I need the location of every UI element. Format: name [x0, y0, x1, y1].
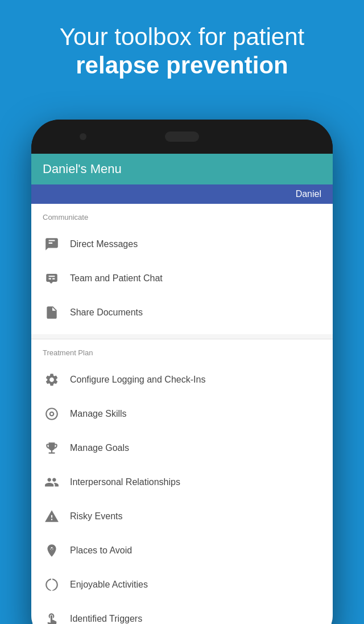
enjoyable-activities-label: Enjoyable Activities — [70, 580, 148, 590]
chat-dots-icon — [43, 235, 61, 253]
menu-item-identified-triggers[interactable]: Identified Triggers — [31, 602, 333, 624]
document-icon — [43, 303, 61, 322]
menu-item-configure-logging[interactable]: Configure Logging and Check-Ins — [31, 363, 333, 397]
trophy-icon — [43, 439, 61, 457]
phone-container: Daniel's Menu Daniel Communicate Direct … — [31, 120, 333, 624]
phone-top-bar — [31, 120, 333, 154]
app-header: Daniel's Menu — [31, 154, 333, 184]
menu-item-interpersonal-relationships[interactable]: Interpersonal Relationships — [31, 465, 333, 499]
header-text: Your toolbox for patient relapse prevent… — [0, 0, 364, 92]
app-subheader: Daniel — [31, 184, 333, 204]
identified-triggers-label: Identified Triggers — [70, 614, 142, 624]
palm-tree-icon — [43, 576, 61, 594]
treatment-plan-section: Treatment Plan Configure Logging and Che… — [31, 339, 333, 624]
target-icon — [43, 405, 61, 423]
phone-speaker — [165, 132, 199, 142]
triangle-warning-icon — [43, 507, 61, 526]
places-to-avoid-label: Places to Avoid — [70, 545, 132, 556]
pin-cross-icon — [43, 541, 61, 560]
treatment-plan-section-label: Treatment Plan — [31, 348, 333, 363]
interpersonal-relationships-label: Interpersonal Relationships — [70, 477, 180, 487]
risky-events-label: Risky Events — [70, 511, 122, 522]
chat-bubble-icon — [43, 269, 61, 288]
app-header-title: Daniel's Menu — [43, 162, 321, 176]
communicate-section: Communicate Direct Messages Team and Pat… — [31, 204, 333, 334]
menu-item-risky-events[interactable]: Risky Events — [31, 499, 333, 533]
configure-logging-label: Configure Logging and Check-Ins — [70, 375, 205, 385]
share-documents-label: Share Documents — [70, 307, 143, 318]
gear-icon — [43, 371, 61, 389]
phone-camera — [80, 133, 86, 140]
direct-messages-label: Direct Messages — [70, 239, 138, 249]
menu-item-manage-skills[interactable]: Manage Skills — [31, 397, 333, 431]
phone-screen: Daniel's Menu Daniel Communicate Direct … — [31, 154, 333, 624]
people-icon — [43, 473, 61, 491]
manage-goals-label: Manage Goals — [70, 443, 129, 453]
menu-item-places-to-avoid[interactable]: Places to Avoid — [31, 533, 333, 568]
menu-item-manage-goals[interactable]: Manage Goals — [31, 431, 333, 465]
menu-item-enjoyable-activities[interactable]: Enjoyable Activities — [31, 568, 333, 602]
header-line2: relapse prevention — [76, 52, 288, 79]
team-patient-chat-label: Team and Patient Chat — [70, 273, 163, 284]
header-line1: Your toolbox for patient — [60, 23, 304, 50]
communicate-section-label: Communicate — [31, 213, 333, 227]
phone-outer: Daniel's Menu Daniel Communicate Direct … — [31, 120, 333, 624]
menu-item-team-patient-chat[interactable]: Team and Patient Chat — [31, 261, 333, 295]
menu-item-share-documents[interactable]: Share Documents — [31, 295, 333, 330]
menu-item-direct-messages[interactable]: Direct Messages — [31, 227, 333, 261]
hand-point-icon — [43, 610, 61, 624]
manage-skills-label: Manage Skills — [70, 409, 127, 419]
app-user-name: Daniel — [296, 189, 321, 199]
